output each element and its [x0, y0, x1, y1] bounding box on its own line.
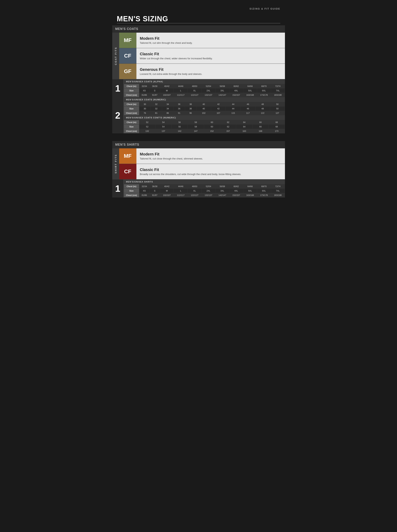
table-cell: 68/70: [257, 84, 271, 88]
table-cell: L: [174, 189, 188, 193]
fit-row-gf-coat: GF Generous Fit Loosest fit, cut extra-w…: [119, 64, 285, 79]
table-cell: 142/147: [216, 193, 229, 197]
table-cell: 91: [174, 111, 185, 115]
coat-size-table-2b: Chest (in)525456586062646668Size52545658…: [124, 120, 285, 133]
table-cell: L: [174, 88, 188, 93]
table-cell: 2XL: [201, 88, 215, 93]
table-cell: 2XL: [201, 189, 215, 193]
table-cell: M: [160, 88, 174, 93]
table-cell: 38: [185, 102, 197, 106]
spacer-1: [112, 133, 285, 141]
coat-size-tables-1: MEN'S/UNISEX COATS (ALPHA) Chest (in)32/…: [124, 79, 285, 97]
coat-size-section-2: 2 MEN'S/UNISEX COATS (NUMERIC) Chest (in…: [112, 97, 285, 133]
table-cell: 60/62: [229, 84, 243, 88]
table-cell: 115: [226, 111, 241, 115]
cf-coat-badge: CF: [119, 48, 136, 63]
table-cell: 86: [162, 111, 174, 115]
table-cell: 183/188: [271, 93, 285, 97]
table-cell: 52/54: [201, 84, 215, 88]
table-cell: 64: [236, 125, 252, 129]
table-cell: 132/137: [201, 93, 215, 97]
shirt-size-table-1: Chest (in)32/3436/3840/4244/4648/5052/54…: [124, 184, 285, 197]
table-cell: 66: [252, 125, 268, 129]
shirt-fits-rows: MF Modern Fit Tailored fit, cut close th…: [119, 148, 285, 179]
row-header: Chest (cm): [124, 111, 139, 115]
table-cell: 64/66: [243, 184, 257, 189]
table-cell: 54: [155, 125, 171, 129]
fit-row-cf-coat: CF Classic Fit Wider cut through the che…: [119, 48, 285, 64]
table-cell: 4XL: [229, 88, 243, 93]
mens-shirts-header: MEN'S SHIRTS: [112, 141, 285, 148]
fit-row-mf-shirt: MF Modern Fit Tailored fit, cut close th…: [119, 148, 285, 164]
cf-shirt-info: Classic Fit Broadly cut across the shoul…: [136, 164, 285, 179]
shirt-fits-sidebar: SHIRT FITS: [112, 148, 119, 179]
mens-sizing-block: MEN'S SIZING: [112, 11, 285, 25]
row-header: Chest (in): [124, 84, 139, 88]
coat-fits-sidebar: COAT FITS: [112, 33, 119, 79]
table-cell: 107: [211, 111, 226, 115]
gf-coat-badge: GF: [119, 64, 136, 79]
table-cell: 48/50: [188, 184, 201, 189]
table-cell: 5XL: [243, 189, 257, 193]
table-cell: 102: [196, 111, 211, 115]
table-cell: 62: [220, 125, 236, 129]
table-cell: 122: [255, 111, 270, 115]
table-row: Chest (cm)7681869196102107115117122127: [124, 111, 285, 115]
table-cell: 6XL: [257, 88, 271, 93]
gf-coat-name: Generous Fit: [140, 67, 281, 72]
table-cell: 40: [196, 106, 211, 111]
table-cell: 56: [172, 120, 188, 125]
table-cell: 142: [172, 129, 188, 133]
coat-fits-rows: MF Modern Fit Tailored fit, cut slim thr…: [119, 33, 285, 79]
table-cell: 152/157: [229, 93, 243, 97]
row-header: Chest (in): [124, 120, 139, 125]
table-cell: 173/178: [257, 193, 271, 197]
table-row: Chest (cm)81/8691/97102/107112/117122/12…: [124, 93, 285, 97]
table-row: Chest (in)525456586062646668: [124, 120, 285, 125]
table-cell: 52: [139, 120, 155, 125]
table-cell: 117: [241, 111, 255, 115]
table-cell: 40/42: [160, 84, 174, 88]
table-cell: S: [149, 189, 160, 193]
table-cell: 66: [252, 120, 268, 125]
table-cell: 68: [269, 125, 285, 129]
table-cell: 32: [151, 102, 162, 106]
table-row: Chest (in)32/3436/3840/4244/4648/5052/54…: [124, 84, 285, 88]
table-cell: 60: [204, 125, 220, 129]
table-cell: 60: [204, 120, 220, 125]
table-cell: 36: [174, 106, 185, 111]
table-cell: 48/50: [188, 84, 201, 88]
shirt-table-label-1: MEN'S/UNISEX SHIRTS: [124, 179, 285, 184]
row-header: Size: [124, 125, 139, 129]
table-cell: 52: [139, 125, 155, 129]
cf-coat-info: Classic Fit Wider cut through the chest;…: [136, 48, 285, 63]
table-cell: 72/74: [271, 84, 285, 88]
coat-size-tables-2: MEN'S/UNISEX COATS (NUMERIC) Chest (in)3…: [124, 97, 285, 133]
cf-shirt-badge: CF: [119, 164, 136, 179]
shirt-size-tables-1: MEN'S/UNISEX SHIRTS Chest (in)32/3436/38…: [124, 179, 285, 197]
table-cell: 56/58: [216, 84, 229, 88]
table-cell: 32: [151, 106, 162, 111]
table-cell: 4XL: [229, 189, 243, 193]
mens-coats-header: MEN'S COATS: [112, 25, 285, 33]
table-cell: 48: [255, 102, 270, 106]
table-cell: 91/97: [149, 193, 160, 197]
table-cell: 157: [220, 129, 236, 133]
table-cell: 36/38: [149, 84, 160, 88]
shirt-size-section-1: 1 MEN'S/UNISEX SHIRTS Chest (in)32/3436/…: [112, 179, 285, 197]
gf-coat-info: Generous Fit Loosest fit, cut extra-wide…: [136, 64, 285, 79]
table-cell: 168: [252, 129, 268, 133]
table-cell: 76: [139, 111, 151, 115]
table-cell: 163/168: [243, 93, 257, 97]
mf-coat-info: Modern Fit Tailored fit, cut slim throug…: [136, 33, 285, 48]
table-cell: 3XL: [216, 88, 229, 93]
row-header: Chest (cm): [124, 93, 139, 97]
row-header: Size: [124, 106, 139, 111]
table-cell: XS: [139, 189, 149, 193]
coat-size-number-2: 2: [112, 97, 124, 133]
coat-size-table-2a: Chest (in)3032343638404244464850Size3032…: [124, 102, 285, 115]
table-cell: M: [160, 189, 174, 193]
coat-table-label-2b: MEN'S/UNISEX COATS CONT'D (NUMERIC): [124, 115, 285, 120]
table-cell: S: [149, 88, 160, 93]
table-cell: 40/42: [160, 184, 174, 189]
